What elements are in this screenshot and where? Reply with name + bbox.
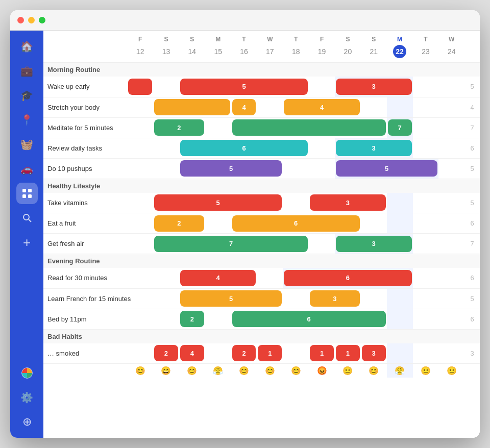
habit-block[interactable]: 7 [387, 117, 413, 138]
habit-cell-empty [438, 213, 464, 234]
day-num-6[interactable]: 18 [283, 44, 309, 63]
habit-block[interactable]: 5 [335, 158, 438, 179]
habit-score: 3 [464, 343, 480, 364]
habit-block[interactable]: 1 [309, 343, 335, 364]
habit-block[interactable]: 5 [153, 193, 283, 213]
habit-cell-empty [413, 268, 439, 288]
section-3: Bad Habits [43, 329, 480, 343]
habit-cell-empty [438, 158, 464, 179]
day-num-8[interactable]: 20 [335, 44, 361, 63]
grid-icon[interactable] [16, 183, 38, 204]
habit-cell-empty [283, 158, 309, 179]
habit-block[interactable]: 7 [153, 234, 309, 254]
location-icon[interactable]: 📍 [16, 109, 38, 131]
briefcase-icon[interactable]: 💼 [16, 60, 38, 82]
habit-cell-empty [361, 213, 387, 234]
habit-block[interactable]: 5 [179, 158, 283, 179]
day-emoji-11: 😐 [413, 364, 439, 378]
day-num-5[interactable]: 17 [257, 44, 283, 63]
maximize-button[interactable] [39, 17, 45, 23]
habit-block[interactable]: 4 [179, 268, 257, 288]
minimize-button[interactable] [28, 17, 35, 23]
habit-cell-empty [361, 97, 387, 117]
habit-label: … smoked [43, 343, 127, 364]
search-icon[interactable] [16, 207, 38, 229]
svg-rect-3 [28, 194, 32, 198]
habit-cell-empty [413, 97, 439, 117]
svg-rect-1 [28, 189, 32, 192]
svg-line-5 [29, 219, 31, 222]
day-emoji-12: 😐 [438, 364, 464, 378]
chart-icon[interactable] [16, 362, 38, 384]
svg-rect-0 [22, 189, 26, 192]
day-num-1[interactable]: 13 [153, 44, 179, 63]
habit-cell-empty [387, 213, 413, 234]
education-icon[interactable]: 🎓 [16, 85, 38, 106]
day-num-11[interactable]: 23 [413, 44, 439, 63]
day-num-9[interactable]: 21 [361, 44, 387, 63]
habit-cell-empty [309, 138, 335, 158]
habit-block[interactable]: 3 [335, 77, 413, 97]
day-num-0[interactable]: 12 [127, 44, 153, 63]
habit-block[interactable]: 6 [179, 138, 309, 158]
habit-row: … smoked24211133 [43, 343, 480, 364]
habit-cell-empty [438, 138, 464, 158]
day-emoji-2: 😊 [179, 364, 205, 378]
habit-cell-empty [438, 97, 464, 117]
habit-score: 5 [464, 77, 480, 97]
habit-block[interactable]: 3 [335, 138, 413, 158]
day-emoji-8: 😐 [335, 364, 361, 378]
habit-block[interactable]: 3 [335, 234, 413, 254]
habit-cell-empty [127, 288, 153, 309]
habit-block[interactable]: 4 [179, 343, 205, 364]
habit-block[interactable] [231, 117, 387, 138]
habit-block[interactable]: 4 [231, 97, 257, 117]
habit-block[interactable]: 2 [179, 309, 205, 329]
habit-block[interactable]: 6 [283, 268, 412, 288]
day-num-4[interactable]: 16 [231, 44, 257, 63]
habit-block[interactable]: 3 [309, 193, 387, 213]
day-emoji-1: 😄 [153, 364, 179, 378]
day-letter-7: F [309, 31, 335, 44]
close-button[interactable] [17, 17, 24, 23]
habit-block[interactable]: 4 [283, 97, 361, 117]
habit-block[interactable]: 3 [309, 288, 361, 309]
habit-block[interactable] [153, 97, 231, 117]
habit-block[interactable]: 2 [153, 343, 179, 364]
section-0: Morning Routine [43, 63, 480, 77]
day-num-7[interactable]: 19 [309, 44, 335, 63]
habit-cell-empty [438, 268, 464, 288]
day-emoji-7: 😡 [309, 364, 335, 378]
habit-block[interactable]: 3 [361, 343, 387, 364]
habit-score: 5 [464, 193, 480, 213]
habit-block[interactable]: 6 [231, 309, 387, 329]
habit-cell-empty [127, 213, 153, 234]
habit-block[interactable]: 2 [153, 213, 205, 234]
habit-score: 5 [464, 288, 480, 309]
habit-cell-empty [205, 309, 231, 329]
habit-cell-empty [153, 309, 179, 329]
day-num-2[interactable]: 14 [179, 44, 205, 63]
habit-score: 5 [464, 158, 480, 179]
day-num-12[interactable]: 24 [438, 44, 464, 63]
habit-block[interactable]: 5 [179, 288, 283, 309]
habit-block[interactable]: 1 [257, 343, 283, 364]
day-num-3[interactable]: 15 [205, 44, 231, 63]
add-circle-icon[interactable]: ⊕ [16, 411, 38, 433]
home-icon[interactable]: 🏠 [16, 36, 38, 57]
car-icon[interactable]: 🚗 [16, 158, 38, 180]
habit-block[interactable] [127, 77, 153, 97]
habit-block[interactable]: 1 [335, 343, 361, 364]
settings-icon[interactable]: ⚙️ [16, 387, 38, 408]
habit-block[interactable]: 2 [153, 117, 205, 138]
habit-label: Learn French for 15 minutes [43, 288, 127, 309]
add-button[interactable]: + [16, 232, 38, 253]
day-num-10[interactable]: 22 [387, 44, 413, 63]
habit-block[interactable]: 6 [231, 213, 361, 234]
habit-block[interactable]: 5 [179, 77, 309, 97]
habit-block[interactable]: 2 [231, 343, 257, 364]
habit-cell-empty [127, 158, 153, 179]
basket-icon[interactable]: 🧺 [16, 134, 38, 155]
habit-cell-empty [438, 234, 464, 254]
calendar-wrapper[interactable]: FSSMTWTFSSMTW12131415161718192021222324M… [43, 31, 480, 438]
